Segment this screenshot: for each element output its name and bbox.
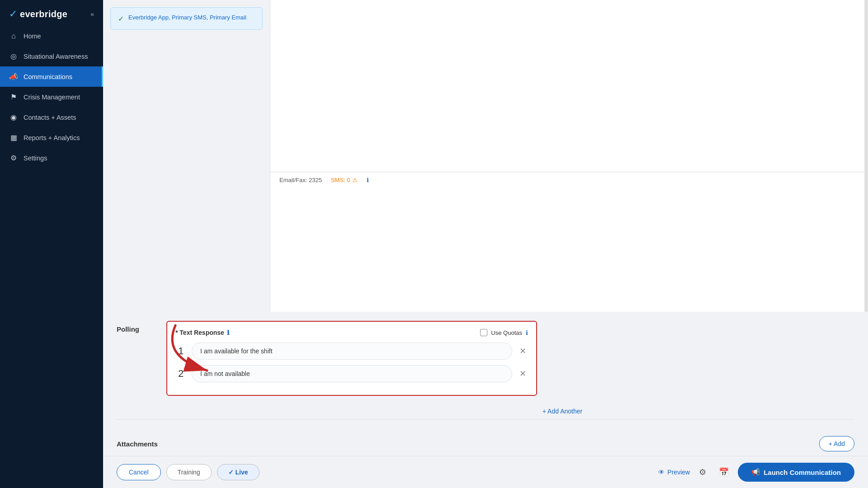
response-number-1: 1 bbox=[175, 345, 186, 357]
notification-box: ✓ Everbridge App, Primary SMS, Primary E… bbox=[110, 7, 263, 30]
sidebar-item-label-reports: Reports + Analytics bbox=[24, 134, 80, 141]
collapse-sidebar-button[interactable]: « bbox=[90, 10, 94, 18]
email-preview-area bbox=[270, 0, 868, 172]
response-input-2[interactable] bbox=[192, 365, 512, 382]
content-wrapper: ✓ Everbridge App, Primary SMS, Primary E… bbox=[103, 0, 868, 312]
notification-text: Everbridge App, Primary SMS, Primary Ema… bbox=[128, 14, 246, 21]
main-area: ✓ Everbridge App, Primary SMS, Primary E… bbox=[103, 0, 868, 488]
add-another-button[interactable]: + Add Another bbox=[542, 405, 582, 415]
use-quotas: Use Quotas ℹ bbox=[480, 329, 528, 336]
sidebar-nav: ⌂ Home ◎ Situational Awareness 📣 Communi… bbox=[0, 26, 103, 168]
crisis-management-icon: ⚑ bbox=[9, 93, 18, 101]
preview-eye-icon: 👁 bbox=[658, 469, 665, 476]
home-icon: ⌂ bbox=[9, 32, 18, 40]
response-row-1: 1 ✕ bbox=[175, 343, 528, 360]
sidebar-item-label-communications: Communications bbox=[24, 73, 72, 80]
text-response-header: * Text Response ℹ Use Quotas ℹ bbox=[175, 329, 528, 336]
sidebar-item-situational-awareness[interactable]: ◎ Situational Awareness bbox=[0, 46, 103, 66]
sidebar-item-label-crisis: Crisis Management bbox=[24, 94, 80, 101]
sidebar-item-home[interactable]: ⌂ Home bbox=[0, 26, 103, 46]
warning-triangle-icon: ⚠ bbox=[352, 177, 358, 183]
use-quotas-checkbox[interactable] bbox=[480, 329, 487, 336]
situational-awareness-icon: ◎ bbox=[9, 52, 18, 61]
sidebar-item-settings[interactable]: ⚙ Settings bbox=[0, 148, 103, 168]
attachments-label: Attachments bbox=[117, 440, 158, 448]
divider bbox=[117, 419, 854, 420]
footer-bar: Cancel Training ✓ Live 👁 Preview ⚙ 📅 📢 L… bbox=[103, 456, 868, 488]
remove-response-2-button[interactable]: ✕ bbox=[518, 367, 528, 380]
check-icon: ✓ bbox=[118, 14, 124, 23]
preview-button[interactable]: 👁 Preview bbox=[658, 469, 690, 476]
sidebar-item-contacts-assets[interactable]: ◉ Contacts + Assets bbox=[0, 107, 103, 127]
response-input-1[interactable] bbox=[192, 343, 512, 360]
contacts-assets-icon: ◉ bbox=[9, 113, 18, 122]
sidebar-item-crisis-management[interactable]: ⚑ Crisis Management bbox=[0, 87, 103, 107]
text-response-label: * Text Response bbox=[175, 329, 224, 336]
communications-icon: 📣 bbox=[9, 72, 18, 81]
response-number-2: 2 bbox=[175, 368, 186, 380]
everbridge-logo-icon: ✓ bbox=[9, 8, 17, 20]
info-icon[interactable]: ℹ bbox=[367, 177, 369, 183]
sidebar-item-label-home: Home bbox=[24, 33, 41, 40]
live-button[interactable]: ✓ Live bbox=[217, 464, 259, 480]
preview-label: Preview bbox=[667, 469, 690, 476]
sidebar-item-communications[interactable]: 📣 Communications bbox=[0, 66, 103, 87]
cancel-button[interactable]: Cancel bbox=[117, 464, 161, 480]
sms-label: SMS: 0 bbox=[331, 177, 350, 183]
scrollbar[interactable] bbox=[864, 0, 868, 312]
polling-section: Polling * Text Response ℹ Use Quotas ℹ 1 bbox=[117, 321, 854, 405]
gear-settings-button[interactable]: ⚙ bbox=[695, 465, 710, 479]
text-response-box: * Text Response ℹ Use Quotas ℹ 1 ✕ 2 bbox=[166, 321, 537, 396]
logo-text: everbridge bbox=[20, 9, 67, 19]
panel-status-bar: Email/Fax: 2325 SMS: 0 ⚠ ℹ bbox=[270, 172, 868, 188]
left-panel: ✓ Everbridge App, Primary SMS, Primary E… bbox=[103, 0, 270, 312]
launch-label: Launch Communication bbox=[764, 469, 841, 476]
add-another-wrapper: + Add Another bbox=[117, 405, 854, 419]
sidebar-item-reports-analytics[interactable]: ▦ Reports + Analytics bbox=[0, 127, 103, 148]
settings-icon: ⚙ bbox=[9, 154, 18, 162]
sidebar-item-label-settings: Settings bbox=[24, 155, 47, 162]
reports-analytics-icon: ▦ bbox=[9, 133, 18, 142]
form-section: Polling * Text Response ℹ Use Quotas ℹ 1 bbox=[103, 312, 868, 456]
sidebar-logo-area: ✓ everbridge « bbox=[0, 0, 103, 26]
add-attachment-button[interactable]: + Add bbox=[819, 436, 854, 451]
use-quotas-info-icon[interactable]: ℹ bbox=[526, 329, 528, 336]
sidebar-item-label-contacts: Contacts + Assets bbox=[24, 114, 76, 121]
sms-warning: SMS: 0 ⚠ bbox=[331, 177, 358, 183]
launch-icon: 📢 bbox=[751, 468, 760, 476]
attachments-section: Attachments + Add bbox=[117, 427, 854, 456]
email-fax-count: Email/Fax: 2325 bbox=[279, 177, 322, 183]
sidebar-item-label-situational: Situational Awareness bbox=[24, 53, 88, 60]
right-panel: Email/Fax: 2325 SMS: 0 ⚠ ℹ bbox=[270, 0, 868, 312]
text-response-title: * Text Response ℹ bbox=[175, 329, 229, 336]
use-quotas-label: Use Quotas bbox=[491, 329, 522, 336]
logo-wrapper: ✓ everbridge bbox=[9, 8, 67, 20]
training-button[interactable]: Training bbox=[166, 464, 212, 480]
calendar-button[interactable]: 📅 bbox=[715, 465, 732, 479]
launch-communication-button[interactable]: 📢 Launch Communication bbox=[738, 463, 854, 482]
sidebar: ✓ everbridge « ⌂ Home ◎ Situational Awar… bbox=[0, 0, 103, 488]
response-row-2: 2 ✕ bbox=[175, 365, 528, 382]
text-response-info-icon[interactable]: ℹ bbox=[227, 329, 229, 336]
remove-response-1-button[interactable]: ✕ bbox=[518, 344, 528, 358]
polling-label: Polling bbox=[117, 321, 153, 333]
